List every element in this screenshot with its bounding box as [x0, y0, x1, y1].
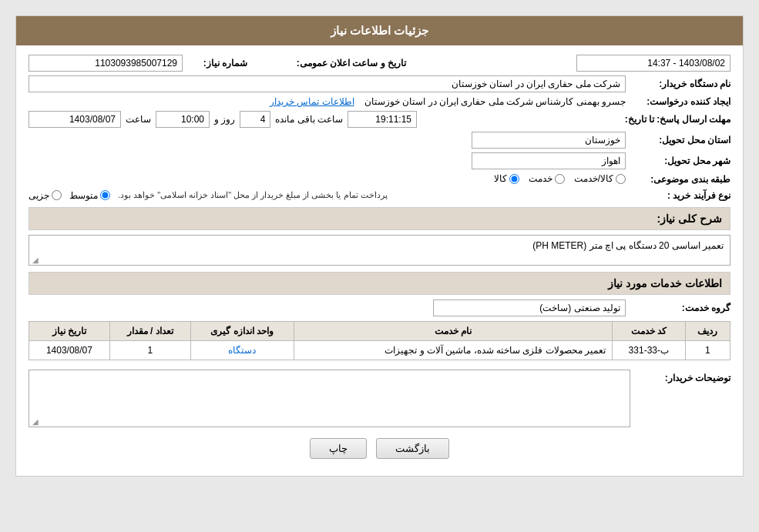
province-label: استان محل تحویل:: [630, 135, 730, 146]
need-number-input[interactable]: [29, 55, 183, 72]
table-row: 1 ب-33-331 تعمیر محصولات فلزی ساخته شده،…: [29, 340, 730, 360]
cell-date: 1403/08/07: [29, 340, 110, 360]
row-need-number-announce: تاریخ و ساعت اعلان عمومی: شماره نیاز:: [29, 55, 730, 72]
category-khadamat[interactable]: خدمت: [529, 173, 565, 184]
service-group-label: گروه خدمت:: [630, 303, 730, 313]
response-deadline-value: ساعت روز و ساعت باقی مانده: [29, 111, 603, 128]
contact-link[interactable]: اطلاعات تماس خریدار: [270, 96, 354, 107]
th-quantity: تعداد / مقدار: [109, 321, 190, 340]
print-button[interactable]: چاپ: [310, 438, 367, 459]
province-value: [29, 132, 626, 149]
buyer-description-box: ◢: [29, 370, 630, 427]
resize-handle[interactable]: ◢: [31, 256, 39, 263]
response-date-input[interactable]: [29, 111, 121, 128]
need-description-container: تعمیر اساسی 20 دستگاه پی اچ متر (PH METE…: [29, 235, 730, 266]
response-time-label: ساعت: [126, 114, 151, 125]
category-kala-khadamat-label: کالا/خدمت: [574, 173, 613, 184]
cell-quantity: 1: [109, 340, 190, 360]
need-description-section-title: شرح کلی نیاز:: [657, 212, 722, 225]
row-service-group: گروه خدمت:: [29, 299, 730, 316]
service-group-value: [29, 299, 626, 316]
service-group-input[interactable]: [433, 299, 626, 316]
services-section-title: اطلاعات خدمات مورد نیاز: [608, 277, 722, 289]
buyer-description-label: توضیحات خریدار:: [630, 370, 730, 383]
buyer-description-section: توضیحات خریدار: ◢: [29, 370, 730, 427]
category-label: طبقه بندی موضوعی:: [630, 174, 730, 185]
response-time-input[interactable]: [156, 111, 210, 128]
cell-service-code: ب-33-331: [613, 340, 685, 360]
buyer-resize-handle[interactable]: ◢: [31, 417, 39, 425]
purchase-jozi-label: جزیی: [29, 190, 49, 201]
response-days-input[interactable]: [240, 111, 270, 128]
purchase-type-value: جزیی متوسط پرداخت تمام یا بخشی از مبلغ خ…: [29, 190, 626, 201]
purchase-jozi-radio[interactable]: [52, 190, 62, 200]
need-description-text: تعمیر اساسی 20 دستگاه پی اچ متر (PH METE…: [532, 240, 724, 251]
buyer-org-label: نام دستگاه خریدار:: [630, 79, 730, 89]
purchase-motavaset[interactable]: متوسط: [69, 190, 110, 201]
th-row-num: ردیف: [685, 321, 730, 340]
purchase-type-label: نوع فرآیند خرید :: [630, 190, 730, 201]
need-description-box: تعمیر اساسی 20 دستگاه پی اچ متر (PH METE…: [29, 235, 730, 266]
page-header: جزئیات اطلاعات نیاز: [16, 16, 743, 45]
purchase-motavaset-radio[interactable]: [100, 190, 110, 200]
category-khadamat-label: خدمت: [529, 173, 552, 184]
purchase-motavaset-label: متوسط: [69, 190, 98, 201]
buyer-description-textarea[interactable]: [29, 370, 630, 424]
city-value: [29, 152, 626, 169]
response-days-label: روز و: [214, 114, 235, 125]
main-container: جزئیات اطلاعات نیاز تاریخ و ساعت اعلان ع…: [15, 15, 744, 477]
category-kala-khadamat[interactable]: کالا/خدمت: [574, 173, 626, 184]
category-kala-radio[interactable]: [509, 174, 519, 184]
buyer-org-input[interactable]: [29, 75, 626, 92]
row-purchase-type: نوع فرآیند خرید : جزیی متوسط پرداخت تمام…: [29, 190, 730, 201]
city-label: شهر محل تحویل:: [630, 156, 730, 166]
need-number-label: شماره نیاز:: [186, 58, 247, 69]
header-title: جزئیات اطلاعات نیاز: [331, 24, 428, 37]
purchase-jozi[interactable]: جزیی: [29, 190, 62, 201]
province-input[interactable]: [472, 132, 626, 149]
category-kala-khadamat-radio[interactable]: [616, 174, 626, 184]
back-button[interactable]: بازگشت: [376, 438, 449, 459]
row-buyer-org: نام دستگاه خریدار:: [29, 75, 730, 92]
creator-text: جسرو بهمنی کارشناس شرکت ملی حفاری ایران …: [364, 96, 626, 107]
content-area: تاریخ و ساعت اعلان عمومی: شماره نیاز: نا…: [16, 45, 743, 476]
announce-value: [411, 55, 730, 72]
row-city: شهر محل تحویل:: [29, 152, 730, 169]
creator-label: ایجاد کننده درخواست:: [630, 96, 730, 107]
category-kala-label: کالا: [494, 173, 507, 184]
announce-input[interactable]: [576, 55, 730, 72]
row-creator: ایجاد کننده درخواست: جسرو بهمنی کارشناس …: [29, 96, 730, 107]
cell-unit: دستگاه: [190, 340, 294, 360]
announce-label: تاریخ و ساعت اعلان عمومی:: [275, 58, 406, 69]
category-khadamat-radio[interactable]: [555, 174, 565, 184]
cell-row-num: 1: [685, 340, 730, 360]
row-province: استان محل تحویل:: [29, 132, 730, 149]
response-deadline-label: مهلت ارسال پاسخ: تا تاریخ:: [607, 114, 730, 125]
city-input[interactable]: [472, 152, 626, 169]
response-remaining-input[interactable]: [348, 111, 417, 128]
response-remaining-label: ساعت باقی مانده: [275, 114, 343, 125]
services-section-header: اطلاعات خدمات مورد نیاز: [29, 272, 730, 295]
cell-service-name: تعمیر محصولات فلزی ساخته شده، ماشین آلات…: [294, 340, 612, 360]
category-options: کالا خدمت کالا/خدمت: [29, 173, 626, 186]
purchase-type-note: پرداخت تمام یا بخشی از مبلغ خریدار از مح…: [118, 190, 388, 200]
button-row: بازگشت چاپ: [29, 438, 730, 459]
creator-value: جسرو بهمنی کارشناس شرکت ملی حفاری ایران …: [29, 96, 626, 107]
buyer-org-value: [29, 75, 626, 92]
th-date: تاریخ نیاز: [29, 321, 110, 340]
row-response-deadline: مهلت ارسال پاسخ: تا تاریخ: ساعت روز و سا…: [29, 111, 730, 128]
th-service-code: کد خدمت: [613, 321, 685, 340]
th-service-name: نام خدمت: [294, 321, 612, 340]
services-table: ردیف کد خدمت نام خدمت واحد اندازه گیری ت…: [29, 321, 730, 360]
row-category: طبقه بندی موضوعی: کالا خدمت کالا/خدمت: [29, 173, 730, 186]
th-unit: واحد اندازه گیری: [190, 321, 294, 340]
category-kala[interactable]: کالا: [494, 173, 519, 184]
need-description-section-header: شرح کلی نیاز:: [29, 207, 730, 230]
